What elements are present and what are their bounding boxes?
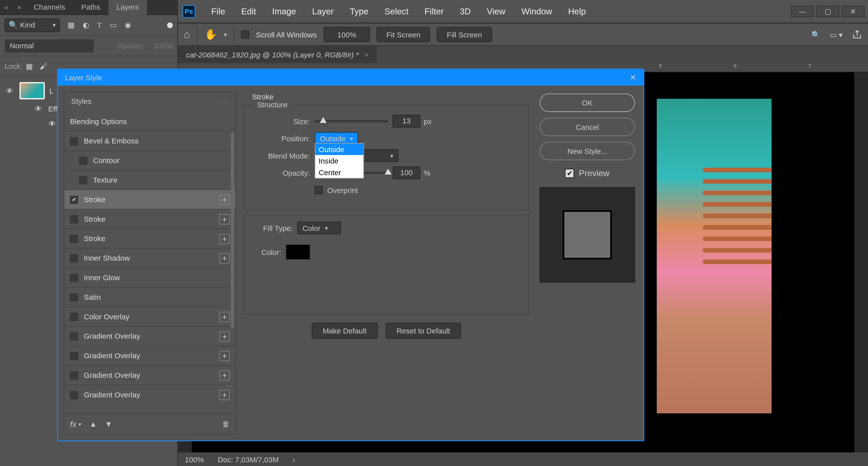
dialog-close-icon[interactable]: ✕	[630, 73, 637, 82]
add-effect-icon[interactable]: +	[219, 331, 229, 341]
opacity-value[interactable]: 100%	[148, 41, 173, 50]
document-tab[interactable]: cat-2068462_1920.jpg @ 100% (Layer 0, RG…	[178, 46, 377, 63]
style-item-texture[interactable]: Texture	[64, 170, 236, 189]
add-effect-icon[interactable]: +	[219, 311, 229, 322]
filter-shape-icon[interactable]: ▭	[110, 21, 117, 29]
collapse-arrows-icon[interactable]: «	[0, 4, 12, 11]
blending-options-item[interactable]: Blending Options	[64, 112, 236, 131]
visibility-icon[interactable]: 👁	[5, 87, 15, 95]
style-item-color-overlay[interactable]: Color Overlay+	[64, 307, 236, 326]
home-icon[interactable]: ⌂	[184, 29, 190, 41]
style-checkbox[interactable]	[70, 274, 78, 281]
filter-type-icon[interactable]: T	[97, 20, 101, 29]
window-close-icon[interactable]: ✕	[841, 5, 865, 17]
menu-type[interactable]: Type	[342, 3, 376, 20]
add-effect-icon[interactable]: +	[219, 350, 229, 361]
fx-chevron-icon[interactable]: ▾	[79, 421, 82, 427]
preview-checkbox[interactable]: ✔	[565, 168, 574, 178]
chevron-down-icon[interactable]: ﹀	[224, 381, 235, 393]
window-maximize-icon[interactable]: ▢	[816, 5, 839, 17]
lock-transparency-icon[interactable]: ▦	[26, 62, 33, 71]
menu-image[interactable]: Image	[264, 3, 304, 20]
menu-window[interactable]: Window	[513, 3, 560, 20]
add-effect-icon[interactable]: +	[219, 214, 229, 224]
filter-pixel-icon[interactable]: ▦	[68, 21, 74, 29]
menu-filter[interactable]: Filter	[416, 3, 452, 20]
style-item-inner-glow[interactable]: Inner Glow	[64, 268, 236, 287]
style-item-stroke[interactable]: Stroke+	[64, 189, 236, 209]
style-checkbox[interactable]	[70, 293, 78, 301]
layer-filter-kind-select[interactable]: 🔍 Kind ▾	[5, 18, 60, 32]
add-effect-icon[interactable]: +	[219, 234, 229, 244]
position-option-inside[interactable]: Inside	[315, 155, 363, 166]
add-effect-icon[interactable]: +	[219, 370, 229, 380]
style-item-stroke[interactable]: Stroke+	[64, 209, 236, 229]
workspace-icon[interactable]: ▭ ▾	[830, 30, 843, 39]
scroll-all-checkbox[interactable]	[241, 30, 249, 38]
chevron-up-icon[interactable]: ︿	[222, 96, 229, 106]
color-swatch[interactable]	[286, 245, 310, 259]
window-minimize-icon[interactable]: —	[791, 5, 814, 17]
style-checkbox[interactable]	[79, 176, 87, 184]
style-item-stroke[interactable]: Stroke+	[64, 228, 236, 248]
style-checkbox[interactable]	[70, 215, 78, 223]
menu-help[interactable]: Help	[560, 3, 594, 20]
style-item-gradient-overlay[interactable]: Gradient Overlay+	[64, 365, 236, 385]
ok-button[interactable]: OK	[539, 94, 635, 112]
add-effect-icon[interactable]: +	[219, 253, 229, 263]
tab-channels[interactable]: Channels	[26, 0, 73, 15]
size-input[interactable]: 13	[393, 115, 420, 128]
status-doc-size[interactable]: Doc: 7,03M/7,03M	[218, 455, 279, 464]
style-checkbox[interactable]	[70, 332, 78, 340]
blend-mode-select[interactable]: Normal	[5, 39, 94, 53]
style-item-inner-shadow[interactable]: Inner Shadow+	[64, 248, 236, 268]
style-checkbox[interactable]	[70, 195, 78, 204]
status-zoom[interactable]: 100%	[185, 455, 204, 464]
style-checkbox[interactable]	[70, 313, 78, 320]
style-item-satin[interactable]: Satin	[64, 287, 236, 307]
position-option-outside[interactable]: Outside	[315, 144, 363, 155]
trash-icon[interactable]: 🗑	[222, 420, 229, 428]
filter-smart-icon[interactable]: ◉	[125, 21, 131, 29]
style-checkbox[interactable]	[70, 254, 78, 262]
fill-type-select[interactable]: Color ▾	[297, 222, 341, 235]
style-checkbox[interactable]	[70, 137, 78, 145]
visibility-icon[interactable]: 👁	[47, 119, 58, 128]
menu-file[interactable]: File	[203, 3, 233, 20]
move-up-icon[interactable]: ▲	[89, 420, 97, 428]
style-item-gradient-overlay[interactable]: Gradient Overlay+	[64, 326, 236, 346]
filter-toggle-icon[interactable]	[167, 22, 173, 28]
style-checkbox[interactable]	[79, 157, 87, 164]
style-checkbox[interactable]	[70, 235, 78, 243]
scrollbar[interactable]	[231, 132, 234, 393]
tab-paths[interactable]: Paths	[73, 0, 108, 15]
layer-name[interactable]: L	[49, 87, 54, 95]
make-default-button[interactable]: Make Default	[312, 322, 378, 339]
hand-tool-icon[interactable]: ✋	[205, 28, 217, 41]
tool-preset-chevron-icon[interactable]: ▾	[224, 31, 227, 37]
position-option-center[interactable]: Center	[315, 166, 363, 178]
overprint-checkbox[interactable]	[315, 186, 322, 194]
search-icon[interactable]: 🔍	[811, 30, 820, 39]
menu-edit[interactable]: Edit	[233, 3, 264, 20]
style-item-bevel-emboss[interactable]: Bevel & Emboss	[64, 131, 236, 150]
style-item-gradient-overlay[interactable]: Gradient Overlay+	[64, 346, 236, 365]
menu-view[interactable]: View	[479, 3, 514, 20]
status-chevron-icon[interactable]: ›	[292, 455, 295, 464]
add-effect-icon[interactable]: +	[219, 194, 229, 205]
close-tab-icon[interactable]: ×	[364, 50, 369, 59]
fx-menu-icon[interactable]: fx	[70, 420, 76, 429]
zoom-level-input[interactable]: 100%	[324, 27, 370, 42]
new-style-button[interactable]: New Style...	[539, 142, 635, 160]
share-icon[interactable]	[852, 29, 862, 40]
panel-close-icon[interactable]: ×	[12, 4, 26, 11]
move-down-icon[interactable]: ▼	[105, 420, 113, 428]
style-item-contour[interactable]: Contour	[64, 150, 236, 170]
tab-layers[interactable]: Layers	[108, 0, 147, 15]
style-checkbox[interactable]	[70, 391, 78, 399]
lock-pixels-icon[interactable]: 🖌	[40, 62, 47, 71]
fit-screen-button[interactable]: Fit Screen	[376, 27, 430, 42]
style-checkbox[interactable]	[70, 351, 78, 360]
visibility-icon[interactable]: 👁	[33, 104, 43, 113]
style-item-gradient-overlay[interactable]: Gradient Overlay+	[64, 385, 236, 404]
